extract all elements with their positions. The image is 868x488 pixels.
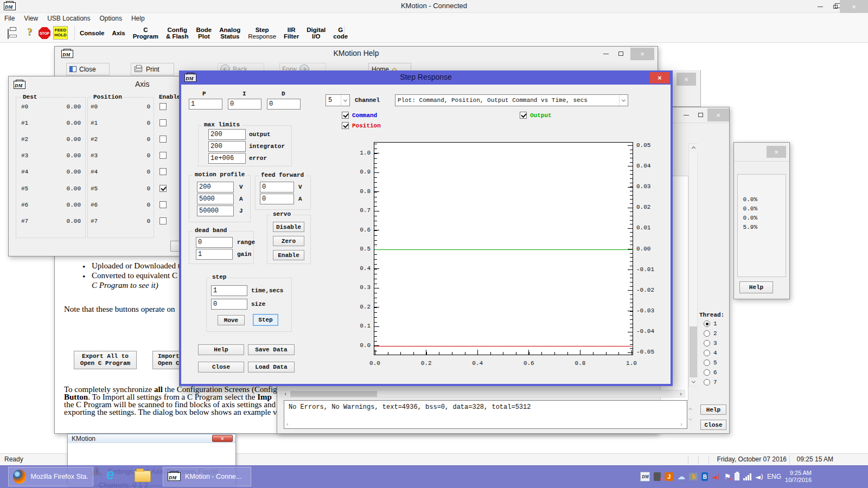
servo-enable-button[interactable]: Enable: [273, 250, 304, 260]
help-close-button[interactable]: ×: [630, 48, 654, 60]
thread-option[interactable]: 1: [704, 320, 728, 329]
taskbar-firefox-button[interactable]: Mozilla Firefox Sta...: [8, 467, 93, 486]
cprog-maximize-button[interactable]: [694, 108, 707, 121]
scrollbar-thumb[interactable]: [690, 326, 697, 381]
scroll-right-button[interactable]: ›: [677, 390, 685, 397]
db-range-input[interactable]: [196, 237, 233, 248]
ff-v-input[interactable]: [260, 182, 294, 192]
scroll-up-button[interactable]: [689, 144, 698, 152]
channel-select[interactable]: 5: [326, 94, 350, 106]
console-scroll-up[interactable]: [689, 403, 692, 413]
thread-option[interactable]: 2: [704, 330, 728, 339]
cprog-hscrollbar[interactable]: ‹ ›: [281, 390, 685, 397]
cprog-minimize-button[interactable]: [680, 108, 693, 121]
thread-option[interactable]: 7: [704, 379, 728, 388]
help-minimize-button[interactable]: [599, 47, 613, 61]
toolbar-button-g[interactable]: Gcode: [329, 24, 352, 42]
max-error-input[interactable]: [208, 153, 246, 164]
toolbar-button-analog[interactable]: AnalogStatus: [215, 24, 244, 42]
toolbar-button-iir[interactable]: IIRFilter: [280, 24, 303, 42]
step-size-input[interactable]: [211, 299, 247, 310]
scrollbar-thumb[interactable]: [290, 391, 377, 397]
taskbar-ie-button[interactable]: e: [106, 466, 114, 483]
load-data-button[interactable]: Load Data: [248, 362, 295, 373]
toolbar-button-c[interactable]: CProgram: [129, 24, 162, 42]
dialog-close-button2[interactable]: Close: [198, 362, 244, 373]
help-maximize-button[interactable]: [614, 47, 628, 61]
console-scroll-left[interactable]: ‹: [286, 421, 289, 427]
thread-radio[interactable]: [704, 369, 710, 376]
tray-cloud-icon[interactable]: ☁: [677, 472, 685, 481]
thread-option[interactable]: 5: [704, 359, 728, 368]
toolbar-button-axis[interactable]: Axis: [108, 24, 129, 42]
thread-option[interactable]: 4: [704, 350, 728, 358]
step-time-input[interactable]: [211, 285, 247, 296]
console-box[interactable]: No Errors, No Warnings, text=4936, bss=0…: [284, 400, 687, 429]
thread-radio[interactable]: [704, 379, 710, 386]
servo-disable-button[interactable]: Disable: [273, 222, 304, 232]
tray-clock[interactable]: 9:25 AM 10/7/2016: [785, 470, 812, 484]
mp-v-input[interactable]: [197, 182, 234, 192]
thread-option[interactable]: 3: [704, 340, 728, 349]
thread-option[interactable]: 6: [704, 369, 728, 378]
thread-radio[interactable]: [704, 320, 710, 327]
move-button[interactable]: Move: [218, 315, 245, 325]
tray-bluetooth-icon[interactable]: B: [701, 472, 708, 481]
tray-device-icon[interactable]: ×: [654, 472, 661, 481]
tray-signal-icon[interactable]: [743, 473, 751, 480]
toolbar-button-console[interactable]: Console: [76, 24, 108, 42]
toolbar-button-step[interactable]: StepResponse: [244, 24, 280, 42]
dialog-help-button[interactable]: Help: [198, 344, 244, 355]
scroll-down-button[interactable]: [689, 377, 698, 386]
output-checkbox[interactable]: [520, 112, 527, 119]
print-toolbar-button[interactable]: [8, 29, 9, 39]
tray-flag-icon[interactable]: ⚑×: [724, 472, 731, 481]
tray-sync-icon[interactable]: S: [689, 473, 698, 480]
toolbar-button-bode[interactable]: BodePlot: [193, 24, 216, 42]
stop-button[interactable]: STOP: [39, 27, 50, 39]
scroll-left-button[interactable]: ‹: [282, 390, 289, 397]
menu-item-options[interactable]: Options: [98, 14, 124, 23]
position-checkbox[interactable]: [342, 122, 349, 129]
thread-radio[interactable]: [704, 330, 710, 337]
tray-language[interactable]: ENG: [767, 473, 781, 480]
thread-radio[interactable]: [704, 359, 710, 366]
max-integrator-input[interactable]: [208, 141, 246, 152]
menu-item-help[interactable]: Help: [129, 14, 147, 23]
thread-radio[interactable]: [704, 340, 710, 346]
db-gain-input[interactable]: [196, 249, 233, 260]
minimize-button[interactable]: [813, 0, 828, 13]
max-output-input[interactable]: [208, 129, 246, 140]
toolbar-button-digital[interactable]: DigitalI/O: [303, 24, 329, 42]
d-input[interactable]: [267, 99, 301, 110]
tray-java-icon[interactable]: J: [665, 472, 673, 481]
help-print-button[interactable]: Print: [131, 63, 174, 75]
axis-enable-checkbox[interactable]: [159, 201, 167, 208]
servo-zero-button[interactable]: Zero: [273, 236, 304, 246]
cprog-close-button2[interactable]: Close: [700, 420, 726, 430]
p-input[interactable]: [189, 99, 222, 110]
popup-close-button[interactable]: ×: [212, 435, 233, 442]
export-all-button[interactable]: Export All to Open C Program: [74, 351, 137, 369]
axis-enable-checkbox[interactable]: [159, 136, 167, 143]
menu-item-usb-locations[interactable]: USB Locations: [45, 14, 92, 23]
tray-sound-muted-icon[interactable]: ◄): [712, 473, 720, 481]
tray-battery-icon[interactable]: [735, 473, 739, 480]
save-data-button[interactable]: Save Data: [248, 344, 295, 355]
mp-a-input[interactable]: [197, 194, 234, 204]
axis-enable-checkbox[interactable]: [159, 119, 167, 126]
taskbar-kmotion-button[interactable]: DM KMotion - Conne...: [163, 467, 251, 486]
step-button[interactable]: Step: [253, 314, 278, 326]
i-input[interactable]: [228, 99, 261, 110]
toolbar-button-config[interactable]: Config& Flash: [162, 24, 193, 42]
menu-item-view[interactable]: View: [22, 14, 40, 23]
taskbar-folder-button[interactable]: [135, 471, 151, 482]
help-toolbar-button[interactable]: ?: [27, 27, 32, 38]
console-scroll-down[interactable]: [689, 413, 692, 423]
plot-type-select[interactable]: Plot: Command, Position, Output Command …: [395, 94, 628, 106]
cprog-vscrollbar[interactable]: [688, 143, 698, 387]
axis-enable-checkbox[interactable]: [159, 103, 167, 110]
axis-enable-checkbox[interactable]: [159, 168, 167, 175]
cprog-close-button[interactable]: ×: [707, 108, 729, 121]
mp-j-input[interactable]: [197, 206, 234, 216]
